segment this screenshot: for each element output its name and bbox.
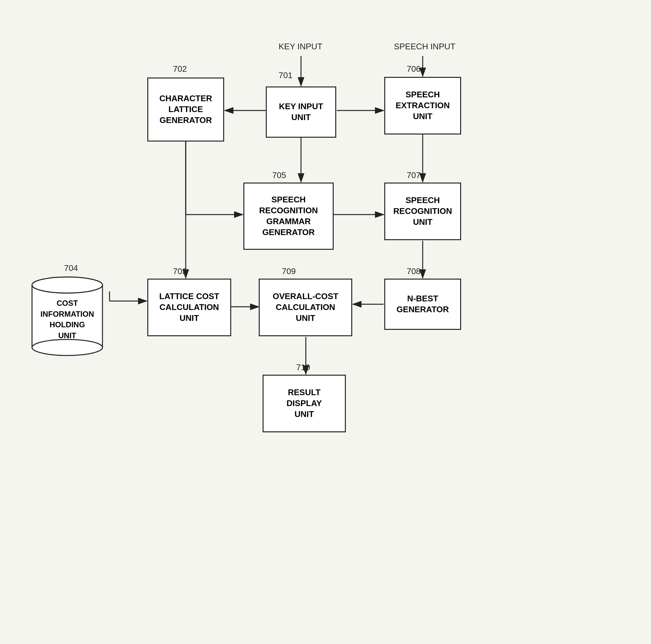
lattice-cost-calculation-unit-label: LATTICE COSTCALCULATIONUNIT [159, 291, 219, 324]
speech-recognition-grammar-generator-block: SPEECHRECOGNITIONGRAMMARGENERATOR [243, 183, 334, 250]
label-705: 705 [272, 171, 286, 180]
label-704: 704 [64, 263, 78, 273]
key-input-unit-label: KEY INPUTUNIT [279, 101, 323, 123]
result-display-unit-block: RESULTDISPLAYUNIT [262, 375, 346, 432]
speech-recognition-unit-label: SPEECHRECOGNITIONUNIT [393, 195, 452, 227]
lattice-cost-calculation-unit-block: LATTICE COSTCALCULATIONUNIT [147, 279, 231, 336]
label-707: 707 [407, 171, 421, 180]
overall-cost-calculation-unit-block: OVERALL-COSTCALCULATIONUNIT [259, 279, 352, 336]
label-706: 706 [407, 64, 421, 74]
label-708: 708 [407, 267, 421, 276]
label-702: 702 [173, 64, 187, 74]
speech-recognition-unit-block: SPEECHRECOGNITIONUNIT [384, 183, 461, 240]
nbest-generator-block: N-BESTGENERATOR [384, 279, 461, 330]
nbest-generator-label: N-BESTGENERATOR [396, 293, 449, 315]
label-701: 701 [279, 70, 292, 81]
cost-information-holding-unit-cylinder: COSTINFORMATIONHOLDINGUNIT [29, 272, 106, 359]
character-lattice-generator-label: CHARACTERLATTICEGENERATOR [159, 93, 212, 126]
speech-input-label: SPEECH INPUT [394, 42, 455, 52]
speech-extraction-unit-block: SPEECHEXTRACTIONUNIT [384, 77, 461, 134]
character-lattice-generator-block: CHARACTERLATTICEGENERATOR [147, 78, 224, 142]
label-710: 710 [296, 363, 310, 372]
key-input-unit-block: KEY INPUTUNIT [266, 87, 336, 138]
speech-extraction-unit-label: SPEECHEXTRACTIONUNIT [396, 89, 450, 122]
diagram-container: 701 702 703 704 705 706 707 708 709 710 … [0, 0, 651, 644]
result-display-unit-label: RESULTDISPLAYUNIT [287, 387, 322, 420]
overall-cost-calculation-unit-label: OVERALL-COSTCALCULATIONUNIT [273, 291, 338, 324]
speech-recognition-grammar-generator-label: SPEECHRECOGNITIONGRAMMARGENERATOR [259, 194, 318, 238]
label-709: 709 [282, 267, 296, 276]
label-703: 703 [173, 267, 187, 276]
key-input-label: KEY INPUT [279, 42, 322, 52]
cost-information-holding-unit-label: COSTINFORMATIONHOLDINGUNIT [29, 292, 106, 347]
